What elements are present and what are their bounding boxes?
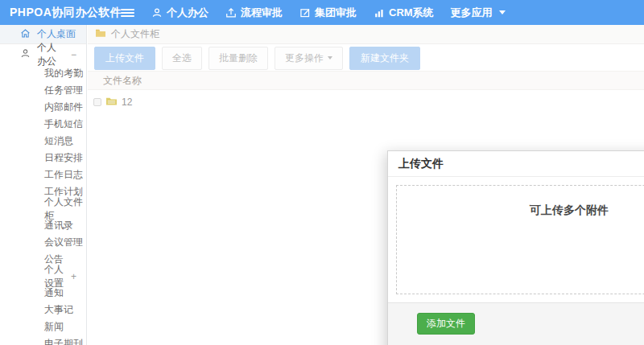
collapse-icon[interactable]: − [71,49,86,60]
sidebar-item-label: 短消息 [44,134,73,148]
sidebar-item-news[interactable]: 新闻 [0,318,86,335]
sidebar-item-e-journal[interactable]: 电子期刊 [0,335,86,345]
sidebar-item-work-log[interactable]: 工作日志 [0,166,86,183]
caret-down-icon [499,10,506,14]
sidebar-item-meeting-management[interactable]: 会议管理 [0,234,86,251]
sidebar-item-personal-office[interactable]: 个人办公 − [0,44,86,65]
add-file-button[interactable]: 添加文件 [417,313,475,335]
app-logo: PHPOA协同办公软件 [0,6,113,20]
batch-delete-button[interactable]: 批量删除 [208,47,268,70]
sidebar-item-internal-mail[interactable]: 内部邮件 [0,99,86,116]
menu-toggle-button[interactable] [121,9,134,17]
upload-file-button[interactable]: 上传文件 [94,47,155,70]
sidebar-item-label: 个人办公 [37,41,64,68]
breadcrumb-title: 个人文件柜 [111,27,159,41]
upload-dropzone[interactable]: 可上传多个附件 [396,185,644,294]
user-icon [151,7,163,18]
expand-icon[interactable]: + [71,271,86,282]
sidebar-item-label: 通知 [44,286,64,300]
caret-down-icon [328,56,332,60]
dropzone-hint: 可上传多个附件 [397,186,644,218]
column-header-file-name: 文件名称 [103,74,142,88]
sidebar-item-contacts[interactable]: 通讯录 [0,217,86,234]
row-checkbox[interactable] [93,98,101,106]
sidebar-item-notification[interactable]: 通知 [0,285,86,302]
sidebar-item-label: 大事记 [44,303,73,317]
folder-icon [105,96,118,109]
nav-more-apps[interactable]: 更多应用 [451,6,506,20]
nav-label: 集团审批 [315,6,357,20]
nav-label: 个人办公 [167,6,208,20]
chart-icon [374,7,385,18]
sidebar-item-label: 会议管理 [44,236,83,249]
sidebar-item-personal-file-cabinet[interactable]: 个人文件柜 [0,200,86,217]
sidebar-item-milestones[interactable]: 大事记 [0,302,86,318]
sidebar-item-schedule[interactable]: 日程安排 [0,150,86,166]
table-row[interactable]: 12 [88,91,644,113]
sidebar-item-mobile-sms[interactable]: 手机短信 [0,116,86,133]
sidebar-item-label: 日程安排 [44,151,83,165]
user-icon [20,48,31,61]
sidebar-item-label: 我的考勤 [44,67,83,80]
home-icon [20,28,31,41]
modal-title: 上传文件 [398,157,444,171]
select-all-button[interactable]: 全选 [162,47,202,70]
nav-label: 流程审批 [241,6,283,20]
sidebar-item-label: 任务管理 [44,84,83,97]
sidebar-item-label: 内部邮件 [44,101,83,114]
button-label: 更多操作 [285,51,324,65]
nav-label: CRM系统 [389,6,434,20]
sidebar-item-label: 电子期刊 [44,337,83,345]
sidebar: 个人桌面 个人办公 − 我的考勤 任务管理 内部邮件 手机短信 短消息 日程安排… [0,25,87,345]
more-operations-button[interactable]: 更多操作 [275,47,343,70]
sidebar-item-short-message[interactable]: 短消息 [0,133,86,150]
sidebar-item-task-management[interactable]: 任务管理 [0,82,86,99]
sidebar-item-label: 通讯录 [44,219,73,232]
nav-crm-system[interactable]: CRM系统 [374,6,434,20]
folder-icon [95,28,106,40]
topbar: PHPOA协同办公软件 个人办公 流程审批 集团审批 CRM系统 更多应用 [0,0,644,25]
sidebar-item-label: 手机短信 [44,117,83,131]
modal-header: 上传文件 [388,151,644,177]
upload-file-modal: 上传文件 可上传多个附件 添加文件 [387,150,644,345]
modal-footer: 添加文件 [388,302,644,345]
sidebar-item-label: 工作日志 [44,168,83,182]
sidebar-item-announcement[interactable]: 公告 [0,251,86,268]
nav-personal-office[interactable]: 个人办公 [151,6,208,20]
new-folder-button[interactable]: 新建文件夹 [349,47,420,70]
sidebar-item-personal-settings[interactable]: 个人设置 + [0,268,86,285]
file-name[interactable]: 12 [122,97,132,108]
breadcrumb: 个人文件柜 [88,25,644,44]
sidebar-item-label: 新闻 [44,320,64,334]
table-header: 文件名称 [88,71,644,90]
edit-icon [299,7,311,18]
nav-group-approval[interactable]: 集团审批 [299,6,357,20]
file-toolbar: 上传文件 全选 批量删除 更多操作 新建文件夹 [88,45,644,71]
export-icon [225,7,237,18]
nav-workflow-approval[interactable]: 流程审批 [225,6,283,20]
sidebar-item-label: 个人桌面 [37,27,76,41]
nav-label: 更多应用 [451,6,493,20]
